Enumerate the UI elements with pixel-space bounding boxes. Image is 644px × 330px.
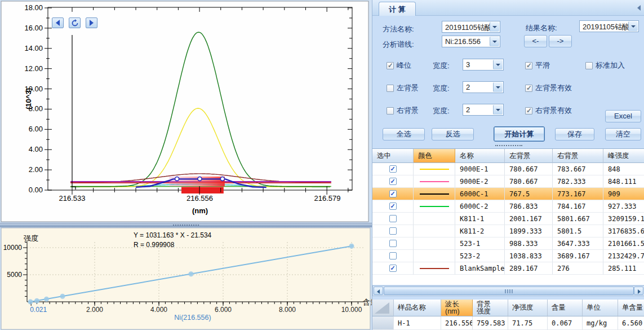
column-header[interactable]: 单含量 — [618, 300, 644, 316]
result-row[interactable]: ✓BlankSample1289.167276285.111 — [372, 262, 644, 275]
column-header[interactable]: 背景 强度 — [473, 300, 508, 316]
column-header[interactable]: 单位 — [583, 300, 618, 316]
result-row[interactable]: ✓9000E-1780.667783.667848 — [372, 163, 644, 175]
row-left-bg: 988.333 — [505, 237, 553, 250]
row-name: 9000E-1 — [455, 163, 505, 175]
width1-select[interactable]: 3 — [463, 59, 504, 71]
row-checkbox[interactable] — [389, 215, 397, 222]
sample-row[interactable]: H-1216.556759.58371.750.067mg/kg6.560 — [372, 316, 644, 330]
svg-text:(nm): (nm) — [192, 206, 208, 215]
dropdown-arrow-icon[interactable] — [493, 60, 503, 69]
tab-calculate[interactable]: 计 算 — [379, 2, 416, 16]
result-row[interactable]: ✓6000C-1767.5773.167909 — [372, 188, 644, 200]
row-peak: 3176835.667 — [603, 225, 644, 237]
left-background-valid-checkbox[interactable]: 左背景有效 — [525, 83, 572, 93]
column-header[interactable]: 选中 — [372, 149, 414, 163]
calibration-point — [44, 297, 49, 302]
result-select[interactable]: 20191105钴酸 — [579, 20, 639, 32]
clear-button[interactable]: 清空 — [605, 128, 641, 140]
result-row[interactable]: ✓6000C-2786.833784.167927.333 — [372, 200, 644, 213]
sample-cell: 6.560 — [618, 316, 644, 330]
left-background-checkbox[interactable]: 左背景 — [387, 83, 419, 93]
svg-text:12.00: 12.00 — [24, 64, 43, 73]
scroll-right-button[interactable] — [634, 287, 643, 295]
chart-splitter[interactable] — [0, 223, 372, 227]
scrollbar-thumb[interactable] — [384, 287, 634, 295]
horizontal-scrollbar[interactable] — [372, 285, 644, 296]
prev-spectrum-button[interactable] — [52, 17, 64, 28]
dropdown-arrow-icon[interactable] — [493, 105, 503, 115]
column-header[interactable]: 波长 (nm) — [441, 300, 473, 316]
smooth-checkbox[interactable]: 平滑 — [525, 60, 550, 71]
width2-value: 2 — [466, 83, 470, 91]
row-checkbox[interactable]: ✓ — [389, 165, 397, 173]
row-checkbox[interactable]: ✓ — [389, 203, 397, 210]
column-header[interactable]: 右背景 — [553, 149, 603, 163]
column-header[interactable]: 峰强度 — [603, 149, 644, 163]
row-checkbox[interactable]: ✓ — [389, 178, 397, 185]
column-header[interactable]: 含量 — [548, 300, 583, 316]
svg-text:4.00: 4.00 — [29, 145, 43, 153]
result-row[interactable]: 523-1988.3333647.3332101661.555 — [372, 237, 644, 250]
refresh-button[interactable] — [69, 17, 81, 28]
dropdown-arrow-icon[interactable] — [628, 21, 638, 31]
result-row[interactable]: 523-21038.8333689.1672132429.778 — [372, 250, 644, 262]
splitter-grip-icon — [173, 225, 199, 226]
row-checkbox[interactable]: ✓ — [389, 265, 397, 272]
row-selector[interactable] — [372, 316, 394, 330]
svg-text:强度: 强度 — [24, 234, 38, 243]
row-checkbox[interactable] — [389, 252, 397, 259]
dropdown-arrow-icon[interactable] — [490, 22, 499, 32]
prev-result-button[interactable]: <- — [524, 35, 547, 47]
next-spectrum-button[interactable] — [86, 17, 97, 28]
row-name: 523-1 — [455, 237, 505, 250]
method-select[interactable]: 20191105钴酸 — [442, 21, 500, 33]
row-color-swatch — [414, 200, 455, 213]
start-calculation-button[interactable]: 开始计算 — [494, 126, 545, 142]
dropdown-arrow-icon[interactable] — [490, 37, 499, 46]
calibration-point — [34, 298, 39, 303]
row-right-bg: 5801.667 — [553, 213, 603, 225]
table-splitter-handle[interactable] — [495, 145, 522, 146]
calc-panel: 计 算 方法名称: 20191105钴酸 结果名称: 20191105钴酸 分析… — [372, 0, 644, 330]
column-header[interactable]: 样品名称 — [394, 300, 441, 316]
line-select[interactable]: Ni:216.556 — [442, 36, 500, 47]
dropdown-arrow-icon[interactable] — [493, 82, 503, 92]
result-row[interactable]: K811-12001.1675801.6673209159.111 — [372, 213, 644, 225]
calibration-point — [60, 294, 65, 299]
select-all-button[interactable]: 全选 — [383, 128, 425, 140]
collapse-panel-icon[interactable] — [637, 5, 641, 11]
column-header[interactable]: 名称 — [455, 149, 505, 163]
right-background-checkbox[interactable]: 右背景 — [387, 105, 419, 116]
peak-range-bar — [181, 187, 224, 194]
column-header[interactable]: 净强度 — [508, 300, 548, 316]
column-header[interactable]: 左背景 — [505, 149, 553, 163]
row-name: 6000C-2 — [455, 200, 505, 213]
row-checkbox[interactable]: ✓ — [389, 190, 397, 197]
result-row[interactable]: ✓9000E-2780.667782.333848.111 — [372, 175, 644, 188]
svg-text:Y = 1031.163 * X - 21.534: Y = 1031.163 * X - 21.534 — [134, 231, 212, 239]
right-arrow-icon — [638, 289, 641, 294]
row-right-bg: 3647.333 — [553, 237, 603, 250]
width2-select[interactable]: 2 — [463, 81, 504, 93]
method-value: 20191105钴酸 — [445, 23, 492, 33]
row-peak: 2132429.778 — [603, 250, 644, 262]
tab-bar: 计 算 — [372, 0, 644, 16]
right-background-valid-checkbox[interactable]: 右背景有效 — [525, 105, 572, 116]
save-button[interactable]: 保存 — [555, 128, 594, 140]
corner-cell[interactable] — [372, 300, 394, 316]
row-checkbox[interactable] — [389, 240, 397, 247]
column-header[interactable]: 颜色 — [414, 149, 455, 163]
result-row[interactable]: K811-21899.3335801.53176835.667 — [372, 225, 644, 237]
svg-text:8.000: 8.000 — [279, 306, 296, 314]
excel-button[interactable]: Excel — [605, 110, 641, 122]
width3-select[interactable]: 2 — [463, 104, 504, 116]
row-checkbox[interactable] — [389, 227, 397, 235]
next-result-button[interactable]: -> — [549, 35, 572, 47]
standard-addition-checkbox[interactable]: 标准加入 — [585, 60, 625, 71]
peak-checkbox[interactable]: 峰位 — [387, 60, 411, 71]
invert-selection-button[interactable]: 反选 — [432, 128, 474, 140]
width2-label: 宽度: — [433, 83, 450, 94]
scroll-left-button[interactable] — [374, 287, 383, 295]
method-label: 方法名称: — [383, 24, 414, 34]
